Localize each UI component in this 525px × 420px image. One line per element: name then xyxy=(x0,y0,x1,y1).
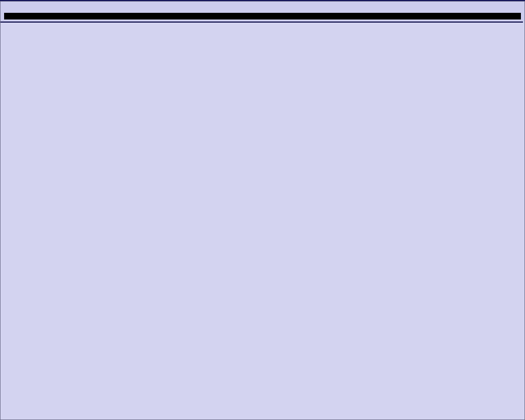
weather-map-page: { "colorbar": { "tick_labels": ["-26","-… xyxy=(0,0,525,420)
weather-map-image xyxy=(0,22,523,386)
map-canvas xyxy=(0,23,523,386)
temperature-colorbar xyxy=(0,1,525,22)
colorbar-tick-labels xyxy=(0,3,525,12)
colorbar-cells xyxy=(4,13,521,19)
